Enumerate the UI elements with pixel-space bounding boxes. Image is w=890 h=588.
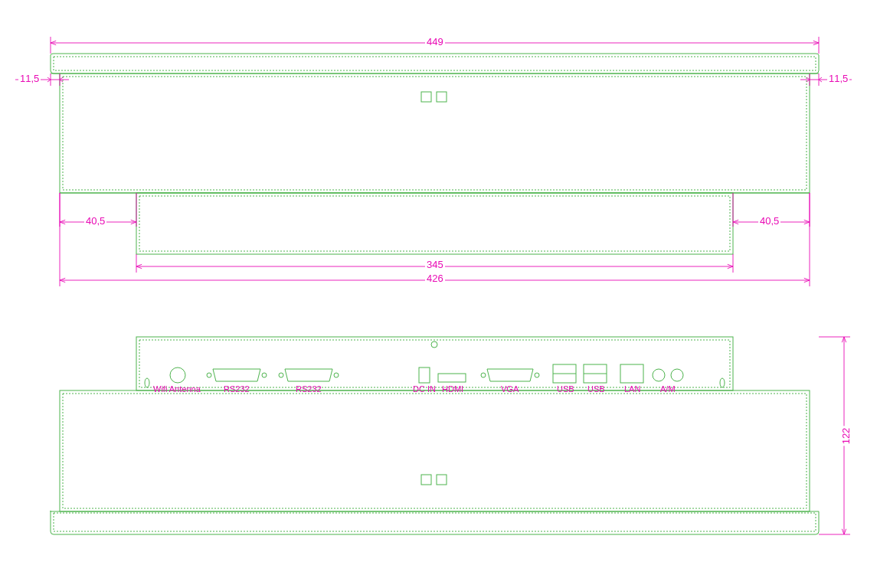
label-wifi: Wifi Antenna xyxy=(153,384,201,394)
dim-bottom-height: 122 xyxy=(840,426,852,446)
port-lan xyxy=(620,364,643,383)
upper-dimensions xyxy=(15,37,852,286)
upper-view xyxy=(51,54,819,254)
label-hdmi: HDMI xyxy=(442,384,463,394)
port-dc-in xyxy=(419,368,430,383)
dim-right-step: 11,5 xyxy=(827,73,849,84)
label-rs232-2: RS232 xyxy=(296,384,322,394)
svg-point-43 xyxy=(481,373,486,377)
svg-rect-37 xyxy=(421,475,431,485)
svg-point-41 xyxy=(279,373,283,377)
svg-rect-6 xyxy=(139,196,730,251)
dim-top-width: 449 xyxy=(425,36,445,47)
port-rs232-1 xyxy=(213,369,260,381)
svg-point-34 xyxy=(720,378,725,387)
label-vga: VGA xyxy=(501,384,519,394)
svg-point-33 xyxy=(145,378,149,387)
svg-rect-1 xyxy=(63,77,807,190)
label-rs232-1: RS232 xyxy=(224,384,250,394)
svg-rect-38 xyxy=(437,475,447,485)
port-mic xyxy=(671,369,683,381)
svg-rect-2 xyxy=(421,92,431,102)
svg-rect-35 xyxy=(60,390,810,511)
port-hdmi xyxy=(438,374,466,382)
svg-rect-5 xyxy=(136,193,733,254)
svg-point-39 xyxy=(207,373,211,377)
label-usb1: USB xyxy=(557,384,574,394)
port-vga xyxy=(487,369,533,381)
lower-view xyxy=(51,337,819,534)
port-audio xyxy=(653,369,665,381)
dim-left-step: 11,5 xyxy=(18,73,41,84)
svg-point-42 xyxy=(334,373,339,377)
dim-outer-base: 426 xyxy=(425,273,445,284)
svg-rect-0 xyxy=(60,74,810,193)
svg-rect-36 xyxy=(63,394,807,508)
dim-lower-left-step: 40,5 xyxy=(84,215,106,227)
dim-lower-right-step: 40,5 xyxy=(758,215,780,227)
dim-inner-base: 345 xyxy=(425,259,445,270)
port-rs232-2 xyxy=(285,369,332,381)
label-dc-in: DC IN xyxy=(413,384,436,394)
port-wifi-antenna xyxy=(170,368,185,383)
drawing-canvas xyxy=(0,0,890,588)
svg-rect-31 xyxy=(139,340,730,387)
svg-point-32 xyxy=(431,341,437,348)
label-lan: LAN xyxy=(624,384,640,394)
label-usb2: USB xyxy=(587,384,605,394)
label-am: A/M xyxy=(660,384,676,394)
svg-point-40 xyxy=(262,373,267,377)
svg-point-44 xyxy=(535,373,539,377)
svg-rect-3 xyxy=(437,92,447,102)
